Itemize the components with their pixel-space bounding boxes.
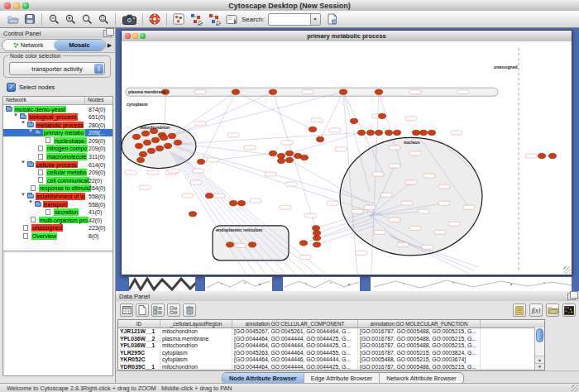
tree-row[interactable]: cellular metabo209(0) <box>3 169 112 177</box>
expand-triangle-icon[interactable]: ▼ <box>21 160 26 165</box>
network-node[interactable] <box>312 226 319 231</box>
expand-triangle-icon[interactable]: ▼ <box>13 112 18 117</box>
scroll-down-icon[interactable]: ▼ <box>535 363 544 370</box>
table-column-header[interactable]: annotation.GO MOLECULAR_FUNCTION <box>358 320 481 327</box>
tree-row[interactable]: Overview8(0) <box>3 232 112 241</box>
network-node[interactable] <box>143 140 151 145</box>
network-node[interactable] <box>160 135 167 140</box>
network-node[interactable] <box>548 153 556 158</box>
expand-triangle-icon[interactable]: ▼ <box>28 128 33 133</box>
background-window[interactable] <box>128 276 196 291</box>
table-row[interactable]: YDR039C__1mitochondrion[GO:0044464, GO:0… <box>118 364 544 370</box>
select-nodes-checkbox[interactable]: ✓ <box>7 83 16 92</box>
network-node[interactable] <box>375 89 382 94</box>
network-node[interactable] <box>136 157 144 162</box>
more-tabs-arrow-icon[interactable]: ▶ <box>106 42 113 49</box>
tree-row[interactable]: ▼primary metabo209(... <box>3 129 112 137</box>
network-node[interactable] <box>269 89 276 94</box>
network-canvas[interactable]: plasma membranecytoplasmmitochondrionnuc… <box>122 41 572 275</box>
table-scrollbar-thumb[interactable] <box>536 328 543 342</box>
network-node[interactable] <box>393 130 400 135</box>
table-scroll-arrows[interactable]: ▲▼ <box>534 356 544 370</box>
unselect-attributes-icon[interactable] <box>167 304 180 317</box>
tree-row[interactable]: ▼metabolic process280(0) <box>3 121 112 129</box>
network-node[interactable] <box>428 130 435 135</box>
float-data-panel-icon[interactable] <box>567 293 576 300</box>
network-node[interactable] <box>174 140 181 145</box>
table-row[interactable]: YPL036W__2plasma membrane[GO:0044464, GO… <box>118 336 544 343</box>
network-view-window[interactable]: primary metabolic process plasma membran… <box>121 30 572 275</box>
function-builder-icon[interactable]: f(x) <box>529 304 543 317</box>
expand-triangle-icon[interactable]: ▼ <box>21 192 26 197</box>
table-row[interactable]: YJR121W__1mitochondrion[GO:0045267, GO:0… <box>118 328 544 336</box>
select-nodes-row[interactable]: ✓ Select nodes <box>7 83 55 92</box>
network-node[interactable] <box>313 242 320 247</box>
view-resize-grip[interactable] <box>563 266 571 274</box>
tree-row[interactable]: nucleobase-209(0) <box>3 136 112 145</box>
tree-row[interactable]: multi-organism pro42(0) <box>3 216 112 224</box>
table-scrollbar[interactable] <box>534 327 544 356</box>
network-node[interactable] <box>197 159 204 164</box>
tree-row[interactable]: ▼establishment of lo558(0) <box>3 193 112 201</box>
network-node[interactable] <box>285 157 293 162</box>
network-node[interactable] <box>313 236 320 241</box>
network-node[interactable] <box>316 136 323 141</box>
network-node[interactable] <box>375 130 382 135</box>
network-node[interactable] <box>419 130 427 135</box>
snapshot-icon[interactable] <box>119 12 139 26</box>
tree-row[interactable]: response to stimulu264(0) <box>3 184 112 193</box>
attribute-batch-icon[interactable] <box>513 304 526 317</box>
network-node[interactable] <box>248 242 256 247</box>
network-node[interactable] <box>189 212 196 217</box>
network-node[interactable] <box>300 155 308 160</box>
tree-row[interactable]: ▼transport558(0) <box>3 200 112 208</box>
tree-row[interactable]: ▼biological_process651(0) <box>3 113 112 122</box>
network-node[interactable] <box>226 242 233 247</box>
network-node[interactable] <box>299 241 307 246</box>
tree-row[interactable]: cell communicat22(0) <box>3 176 112 184</box>
tree-row[interactable]: mosaic-demo-yeast874(0) <box>3 105 112 113</box>
attribute-table[interactable]: ID_cellularLayoutRegionannotation.GO CEL… <box>117 319 545 370</box>
network-node[interactable] <box>366 130 374 135</box>
tab-mosaic[interactable]: Mosaic <box>54 40 105 50</box>
tree-row[interactable]: secretion41(0) <box>3 208 112 217</box>
search-dropdown-icon[interactable]: ▼ <box>310 14 320 25</box>
network-node[interactable] <box>277 153 285 158</box>
matrix-view-icon[interactable] <box>562 304 576 317</box>
manual-layout-icon[interactable] <box>223 12 240 26</box>
table-column-header[interactable]: ID <box>118 320 160 327</box>
network-node[interactable] <box>164 143 171 148</box>
annotation-select-icon[interactable] <box>187 12 205 26</box>
search-options-icon[interactable] <box>324 12 341 26</box>
background-window[interactable] <box>370 276 572 291</box>
background-window[interactable] <box>282 276 361 291</box>
network-node[interactable] <box>285 151 293 155</box>
table-row[interactable]: YKR052Ccytoplasm[GO:0044464, GO:0044446,… <box>118 356 544 364</box>
node-color-select[interactable]: transporter activity ▲▼ <box>9 62 105 75</box>
network-node[interactable] <box>205 194 213 198</box>
search-input[interactable]: ▼ <box>268 13 321 26</box>
float-panel-icon[interactable] <box>103 30 112 37</box>
new-attribute-icon[interactable] <box>136 304 149 317</box>
tab-network[interactable]: Network <box>2 40 54 50</box>
network-node[interactable] <box>135 143 142 148</box>
expand-triangle-icon[interactable]: ▼ <box>21 120 26 125</box>
zoom-selected-icon[interactable] <box>79 12 95 26</box>
scroll-up-icon[interactable]: ▲ <box>535 356 544 363</box>
network-node[interactable] <box>357 130 365 135</box>
network-node[interactable] <box>139 151 146 156</box>
help-icon[interactable] <box>146 12 163 26</box>
annotation-unselect-icon[interactable] <box>205 12 223 26</box>
zoom-in-icon[interactable] <box>62 12 79 26</box>
zoom-out-icon[interactable] <box>45 12 62 26</box>
network-node[interactable] <box>147 148 155 153</box>
table-row[interactable]: YPL036W__1mitochondrion[GO:0044464, GO:0… <box>118 342 544 350</box>
network-node[interactable] <box>141 131 149 136</box>
network-node[interactable] <box>132 134 140 139</box>
network-node[interactable] <box>339 89 347 94</box>
expand-triangle-icon[interactable]: ▼ <box>28 199 33 204</box>
network-overview-panel[interactable] <box>2 251 113 376</box>
tree-row[interactable]: macromolecule311(0) <box>3 153 112 161</box>
table-column-header[interactable]: annotation.GO CELLULAR_COMPONENT <box>232 320 358 327</box>
network-node[interactable] <box>269 151 276 155</box>
